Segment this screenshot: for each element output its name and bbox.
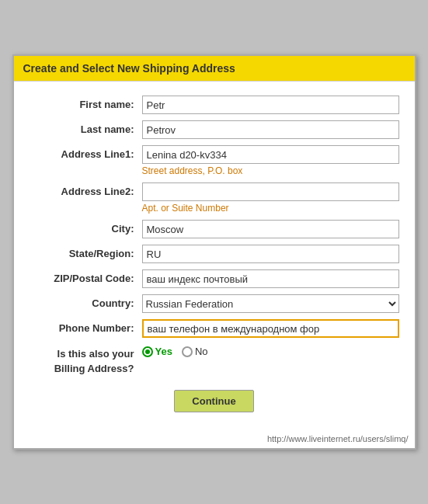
zip-row: ZIP/Postal Code: [30,269,399,288]
no-label: No [195,346,208,357]
billing-label-line1: Is this also your [57,348,134,360]
address2-field-group: Apt. or Suite Number [142,182,399,214]
last-name-field-group [142,120,399,139]
phone-input[interactable] [142,319,399,338]
window-title: Create and Select New Shipping Address [14,56,415,82]
address2-input[interactable] [142,182,399,201]
state-row: State/Region: [30,245,399,263]
address1-input[interactable] [142,145,399,164]
phone-label: Phone Number: [30,319,142,334]
country-row: Country: Russian Federation United State… [30,294,399,313]
billing-address-label: Is this also your Billing Address? [30,344,142,375]
billing-label-line2: Billing Address? [54,363,134,374]
yes-radio-dot[interactable] [142,346,153,357]
last-name-input[interactable] [142,120,399,139]
continue-row: Continue [30,390,399,412]
city-row: City: [30,220,399,238]
country-select[interactable]: Russian Federation United States Germany… [142,294,399,313]
address1-label: Address Line1: [30,145,142,160]
phone-row: Phone Number: [30,319,399,338]
address1-hint: Street address, P.O. box [142,165,399,176]
billing-options: Yes No [142,344,208,357]
country-field-group: Russian Federation United States Germany… [142,294,399,313]
no-radio-dot[interactable] [182,346,193,357]
city-input[interactable] [142,220,399,238]
first-name-input[interactable] [142,96,399,114]
footer-url: http://www.liveinternet.ru/users/slimq/ [14,431,415,448]
form-body: First name: Last name: Address Line1: St… [14,82,415,430]
first-name-label: First name: [30,96,142,110]
country-label: Country: [30,294,142,309]
yes-label: Yes [155,346,172,357]
state-input[interactable] [142,245,399,263]
address2-hint: Apt. or Suite Number [142,203,399,214]
address1-row: Address Line1: Street address, P.O. box [30,145,399,176]
continue-button[interactable]: Continue [174,390,253,412]
zip-field-group [142,269,399,288]
city-label: City: [30,220,142,235]
address2-label: Address Line2: [30,182,142,197]
first-name-row: First name: [30,96,399,114]
no-option[interactable]: No [182,346,208,357]
shipping-address-window: Create and Select New Shipping Address F… [12,54,416,449]
address1-field-group: Street address, P.O. box [142,145,399,176]
city-field-group [142,220,399,238]
state-label: State/Region: [30,245,142,259]
first-name-field-group [142,96,399,114]
yes-option[interactable]: Yes [142,346,172,357]
zip-input[interactable] [142,269,399,288]
address2-row: Address Line2: Apt. or Suite Number [30,182,399,214]
zip-label: ZIP/Postal Code: [30,269,142,284]
state-field-group [142,245,399,263]
phone-field-group [142,319,399,338]
last-name-row: Last name: [30,120,399,139]
last-name-label: Last name: [30,120,142,135]
billing-row: Is this also your Billing Address? Yes N… [30,344,399,375]
